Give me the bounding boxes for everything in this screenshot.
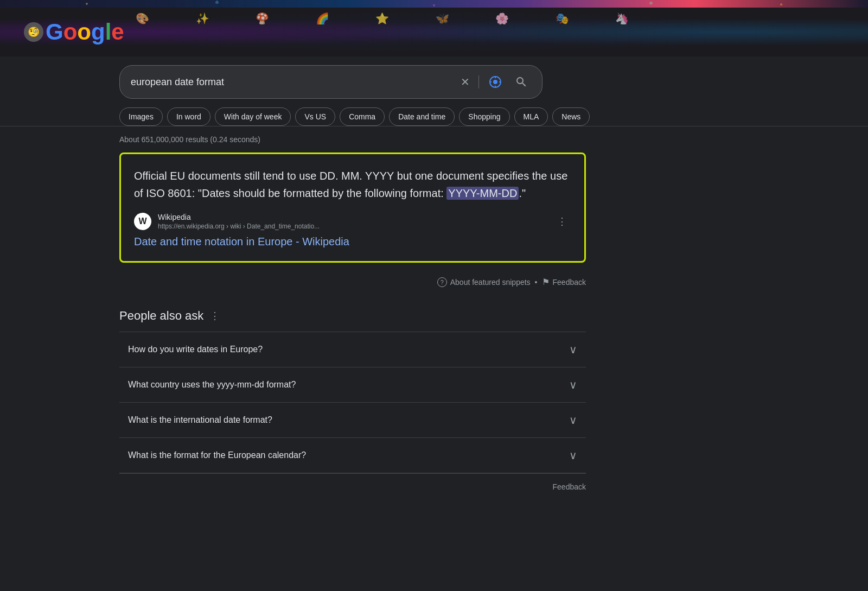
- about-snippets-label: About featured snippets: [450, 278, 531, 287]
- filter-pill-comma[interactable]: Comma: [340, 107, 385, 126]
- paa-question-3: What is the international date format?: [128, 415, 272, 425]
- search-query-text: european date format: [131, 77, 452, 88]
- filter-pills-row: Images In word With day of week Vs US Co…: [0, 107, 868, 126]
- search-divider: [478, 75, 479, 88]
- source-menu-button[interactable]: ⋮: [553, 213, 571, 230]
- paa-menu-button[interactable]: ⋮: [210, 310, 220, 322]
- separator-dot: •: [535, 278, 538, 287]
- search-submit-button[interactable]: [512, 72, 531, 92]
- about-featured-snippets-button[interactable]: ? About featured snippets: [437, 277, 531, 287]
- paa-chevron-4: ∨: [569, 449, 577, 462]
- filter-pill-images[interactable]: Images: [119, 107, 163, 126]
- logo-char-g2: g: [91, 19, 105, 45]
- logo-char-l: l: [105, 19, 112, 45]
- paa-item-3[interactable]: What is the international date format? ∨: [119, 402, 586, 437]
- snippet-feedback-label: Feedback: [553, 278, 586, 287]
- snippet-source: W Wikipedia https://en.wikipedia.org › w…: [134, 213, 571, 230]
- feedback-icon: ⚑: [542, 277, 550, 287]
- search-bar[interactable]: european date format ✕: [119, 65, 542, 99]
- people-also-ask-section: People also ask ⋮ How do you write dates…: [119, 309, 586, 473]
- search-header: european date format ✕ Images In word: [0, 56, 868, 126]
- logo-char-o2: o: [77, 19, 91, 45]
- google-logo: 🧐 G o o g l e: [22, 19, 124, 45]
- main-content: About 651,000,000 results (0.24 seconds)…: [0, 126, 597, 511]
- bottom-feedback-button[interactable]: Feedback: [553, 482, 586, 491]
- source-url: https://en.wikipedia.org › wiki › Date_a…: [158, 223, 546, 230]
- paa-question-4: What is the format for the European cale…: [128, 450, 306, 460]
- snippet-feedback-button[interactable]: ⚑ Feedback: [542, 277, 586, 287]
- svg-point-1: [493, 80, 497, 84]
- paa-question-1: How do you write dates in Europe?: [128, 345, 263, 354]
- filter-pill-vs-us[interactable]: Vs US: [295, 107, 335, 126]
- bottom-feedback-area: Feedback: [119, 473, 586, 500]
- snippet-text: Official EU documents still tend to use …: [134, 167, 571, 202]
- logo-char-g1: G: [46, 19, 63, 45]
- doodle-banner: 🧐 G o o g l e: [0, 8, 868, 56]
- paa-chevron-3: ∨: [569, 414, 577, 427]
- paa-item-4[interactable]: What is the format for the European cale…: [119, 437, 586, 473]
- filter-pill-news[interactable]: News: [552, 107, 590, 126]
- filter-pill-mla[interactable]: MLA: [514, 107, 548, 126]
- snippet-text-part2: .": [519, 187, 526, 199]
- help-circle-icon: ?: [437, 277, 447, 287]
- paa-chevron-2: ∨: [569, 378, 577, 391]
- snippet-footer: ? About featured snippets • ⚑ Feedback: [119, 271, 586, 296]
- paa-question-2: What country uses the yyyy-mm-dd format?: [128, 380, 296, 390]
- logo-mascot-icon: 🧐: [24, 22, 43, 42]
- filter-pill-shopping[interactable]: Shopping: [459, 107, 509, 126]
- google-lens-button[interactable]: [486, 72, 505, 92]
- snippet-highlighted-text: YYYY-MM-DD: [446, 187, 519, 200]
- source-info: Wikipedia https://en.wikipedia.org › wik…: [158, 213, 546, 230]
- filter-pill-with-day-of-week[interactable]: With day of week: [215, 107, 291, 126]
- results-count: About 651,000,000 results (0.24 seconds): [119, 135, 586, 144]
- paa-item-1[interactable]: How do you write dates in Europe? ∨: [119, 332, 586, 367]
- logo-char-o1: o: [63, 19, 78, 45]
- search-bar-row: european date format ✕: [0, 65, 868, 107]
- wikipedia-icon: W: [134, 213, 151, 230]
- source-name: Wikipedia: [158, 213, 546, 221]
- search-clear-button[interactable]: ✕: [458, 73, 472, 91]
- filter-pill-date-and-time[interactable]: Date and time: [389, 107, 455, 126]
- google-logo-container: 🧐 G o o g l e: [11, 19, 124, 45]
- filter-pill-in-word[interactable]: In word: [167, 107, 210, 126]
- paa-chevron-1: ∨: [569, 343, 577, 356]
- logo-char-e: e: [111, 19, 124, 45]
- paa-item-2[interactable]: What country uses the yyyy-mm-dd format?…: [119, 367, 586, 402]
- paa-title: People also ask: [119, 309, 203, 323]
- paa-header: People also ask ⋮: [119, 309, 586, 323]
- top-decorative-banner: [0, 0, 868, 8]
- snippet-link[interactable]: Date and time notation in Europe - Wikip…: [134, 236, 349, 247]
- featured-snippet: Official EU documents still tend to use …: [119, 152, 586, 263]
